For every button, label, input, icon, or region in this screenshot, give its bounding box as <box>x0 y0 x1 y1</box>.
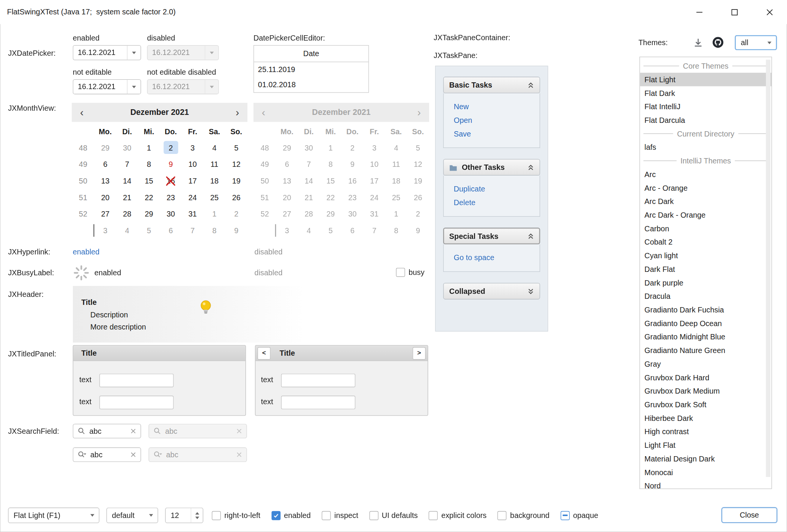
calendar-day-cell[interactable]: 24 <box>182 189 204 206</box>
taskpane-action-link[interactable]: Open <box>454 113 540 127</box>
theme-list-item[interactable]: Gruvbox Dark Medium <box>640 384 771 398</box>
calendar-day-cell[interactable]: 12 <box>225 156 247 173</box>
taskpane-action-link[interactable]: New <box>454 100 540 113</box>
calendar-day-cell[interactable]: 22 <box>138 189 160 206</box>
theme-list-item[interactable]: Cobalt 2 <box>640 235 771 249</box>
checkbox-right-to-left[interactable]: right-to-left <box>212 511 260 520</box>
theme-list-item[interactable]: Hiberbee Dark <box>640 411 771 425</box>
busy-checkbox[interactable]: busy <box>396 268 425 277</box>
calendar-day-cell[interactable]: 23 <box>160 189 182 206</box>
titled-panel-right-button[interactable]: > <box>412 347 425 359</box>
checkbox-ui-defaults[interactable]: UI defaults <box>369 511 418 520</box>
calendar-prev-button[interactable]: ‹ <box>72 103 92 122</box>
theme-list-item[interactable]: High contrast <box>640 425 771 438</box>
checkbox-explicit-colors[interactable]: explicit colors <box>429 511 486 520</box>
checkbox-background[interactable]: background <box>497 511 549 520</box>
calendar-day-cell[interactable]: 7 <box>116 156 138 173</box>
search-field-with-menu[interactable]: abc <box>73 447 141 462</box>
calendar-day-cell[interactable]: 29 <box>138 206 160 222</box>
theme-list-item[interactable]: Dark Flat <box>640 262 771 276</box>
checkbox-box[interactable] <box>369 511 378 520</box>
taskpane-action-link[interactable]: Duplicate <box>454 182 540 196</box>
checkbox-box[interactable] <box>560 511 570 520</box>
calendar-day-cell[interactable]: 9 <box>225 222 247 239</box>
checkbox-box[interactable] <box>396 268 405 277</box>
theme-list-item[interactable]: Arc <box>640 168 771 181</box>
maximize-button[interactable] <box>717 0 752 24</box>
font-size-spinner[interactable]: 12 <box>165 508 203 523</box>
calendar-day-cell[interactable]: 31 <box>182 206 204 222</box>
theme-list-item[interactable]: Dark purple <box>640 276 771 289</box>
checkbox-box[interactable] <box>429 511 438 520</box>
download-themes-button[interactable] <box>693 38 703 50</box>
datepicker-enabled[interactable]: 16.12.2021 <box>73 45 141 60</box>
theme-list-item[interactable]: Dracula <box>640 289 771 303</box>
calendar-day-cell[interactable]: 6 <box>94 156 116 173</box>
calendar-day-cell[interactable]: 27 <box>94 206 116 222</box>
style-combobox[interactable]: default <box>106 508 158 523</box>
checkbox-box[interactable] <box>212 511 221 520</box>
laf-combobox[interactable]: Flat Light (F1) <box>8 508 99 523</box>
calendar-day-cell[interactable]: 30 <box>160 206 182 222</box>
theme-list-item[interactable]: Monocai <box>640 465 771 479</box>
date-table-row[interactable]: 01.02.2018 <box>254 77 368 93</box>
close-button[interactable]: Close <box>721 507 778 523</box>
checkbox-box[interactable] <box>322 511 331 520</box>
themes-filter-combobox[interactable]: all <box>735 35 777 50</box>
calendar-day-cell[interactable]: 6 <box>160 222 182 239</box>
taskpane-header[interactable]: Special Tasks <box>443 228 540 245</box>
calendar-day-cell[interactable]: 3 <box>182 140 204 156</box>
theme-list-item[interactable]: Nord <box>640 479 771 489</box>
calendar-day-cell[interactable]: 28 <box>116 206 138 222</box>
themes-list[interactable]: Core ThemesFlat LightFlat DarkFlat Intel… <box>639 56 772 489</box>
clear-search-button[interactable] <box>131 428 136 434</box>
calendar-day-cell[interactable]: 20 <box>94 189 116 206</box>
calendar-day-cell[interactable]: 10 <box>182 156 204 173</box>
calendar-day-cell[interactable]: 8 <box>203 222 225 239</box>
taskpane-header[interactable]: Collapsed <box>443 283 540 300</box>
calendar-day-cell[interactable]: 26 <box>225 189 247 206</box>
datepicker-dropdown-button[interactable] <box>127 46 141 60</box>
theme-list-item[interactable]: Arc Dark - Orange <box>640 208 771 222</box>
calendar-day-cell[interactable]: 25 <box>203 189 225 206</box>
taskpane-action-link[interactable]: Save <box>454 127 540 141</box>
search-field[interactable]: abc <box>73 424 141 438</box>
calendar-day-cell[interactable]: 4 <box>203 140 225 156</box>
text-input[interactable] <box>281 373 356 387</box>
scrollbar-thumb[interactable] <box>766 60 770 477</box>
theme-list-item[interactable]: Cyan light <box>640 249 771 262</box>
calendar-day-cell[interactable]: 11 <box>203 156 225 173</box>
calendar-day-cell[interactable]: 4 <box>116 222 138 239</box>
calendar-day-cell[interactable]: 18 <box>203 173 225 189</box>
calendar-day-cell[interactable]: 29 <box>94 140 116 156</box>
calendar-day-cell[interactable]: 1 <box>203 206 225 222</box>
github-button[interactable] <box>712 37 724 50</box>
calendar-day-cell[interactable]: 17 <box>182 173 204 189</box>
close-window-button[interactable] <box>752 0 787 24</box>
search-input[interactable]: abc <box>89 427 101 436</box>
calendar-day-cell[interactable]: 30 <box>116 140 138 156</box>
taskpane-action-link[interactable]: Go to space <box>454 251 540 264</box>
calendar-day-cell[interactable]: 13 <box>94 173 116 189</box>
calendar-day-cell[interactable]: 15 <box>138 173 160 189</box>
minimize-button[interactable] <box>682 0 717 24</box>
theme-list-item[interactable]: Light Flat <box>640 438 771 452</box>
calendar-day-cell[interactable]: 21 <box>116 189 138 206</box>
theme-list-item[interactable]: Gradianto Midnight Blue <box>640 330 771 344</box>
calendar-day-cell[interactable]: 8 <box>138 156 160 173</box>
datepicker-not-editable[interactable]: 16.12.2021 <box>73 79 141 94</box>
checkbox-box[interactable] <box>271 511 280 520</box>
text-input[interactable] <box>99 373 174 387</box>
taskpane-header[interactable]: Other Tasks <box>443 159 540 176</box>
calendar-day-cell[interactable]: 14 <box>116 173 138 189</box>
titled-panel-left-button[interactable]: < <box>258 347 271 359</box>
calendar-day-cell[interactable]: 9 <box>160 156 182 173</box>
spinner-buttons[interactable] <box>191 508 203 523</box>
theme-list-item[interactable]: Flat Dark <box>640 86 771 100</box>
calendar-day-cell[interactable]: 5 <box>138 222 160 239</box>
clear-search-button[interactable] <box>131 452 136 458</box>
calendar-day-cell[interactable]: 3 <box>94 222 116 239</box>
theme-list-item[interactable]: Carbon <box>640 222 771 235</box>
calendar-day-cell[interactable]: 16 <box>160 173 182 189</box>
text-input[interactable] <box>281 396 356 410</box>
